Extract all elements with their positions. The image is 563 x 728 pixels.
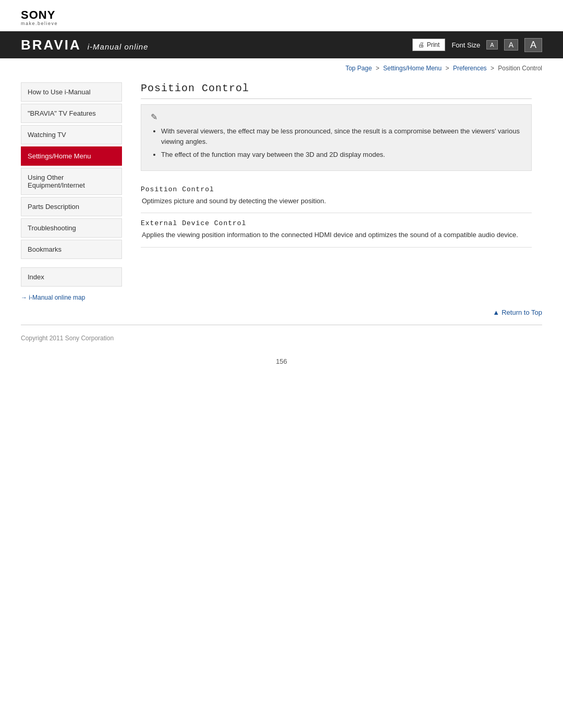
sidebar-item-bravia-features[interactable]: "BRAVIA" TV Features <box>21 104 122 123</box>
print-button[interactable]: 🖨 Print <box>412 39 446 51</box>
sidebar-item-bookmarks[interactable]: Bookmarks <box>21 240 122 259</box>
note-icon: ✎ <box>151 112 522 122</box>
sidebar-item-troubleshooting[interactable]: Troubleshooting <box>21 218 122 238</box>
bravia-logo-text: BRAVIA <box>21 37 81 53</box>
breadcrumb-sep-1: > <box>376 65 380 72</box>
section-body-position-control: Optimizes picture and sound by detecting… <box>141 196 532 207</box>
breadcrumb-sep-3: > <box>491 65 494 72</box>
content-area: Position Control ✎ With several viewers,… <box>130 74 542 301</box>
return-to-top-bar: ▲ Return to Top <box>0 301 563 320</box>
font-size-mid-button[interactable]: A <box>504 39 518 51</box>
sidebar: How to Use i-Manual "BRAVIA" TV Features… <box>21 74 130 301</box>
note-item-1: With several viewers, the effect may be … <box>161 126 522 146</box>
font-size-label: Font Size <box>451 41 480 49</box>
bravia-controls: 🖨 Print Font Size A A A <box>412 38 542 52</box>
bravia-subtitle: i-Manual online <box>88 42 149 51</box>
breadcrumb-current: Position Control <box>498 65 542 72</box>
return-to-top-link[interactable]: ▲ Return to Top <box>493 309 542 316</box>
return-to-top-label: Return to Top <box>501 309 542 316</box>
sidebar-item-other-equipment[interactable]: Using Other Equipment/Internet <box>21 168 122 195</box>
sidebar-item-settings[interactable]: Settings/Home Menu <box>21 146 122 166</box>
copyright-text: Copyright 2011 Sony Corporation <box>0 329 563 347</box>
print-icon: 🖨 <box>418 41 424 48</box>
sony-tagline: make.believe <box>21 21 542 26</box>
sidebar-map-link-label: i-Manual online map <box>29 294 85 301</box>
breadcrumb-top-page[interactable]: Top Page <box>346 65 372 72</box>
page-title: Position Control <box>141 82 532 99</box>
section-external-device: External Device Control Applies the view… <box>141 213 532 248</box>
breadcrumb: Top Page > Settings/Home Menu > Preferen… <box>0 58 563 74</box>
sony-logo: SONY <box>21 9 542 21</box>
main-content: How to Use i-Manual "BRAVIA" TV Features… <box>0 74 563 301</box>
font-size-small-button[interactable]: A <box>486 40 497 50</box>
note-box: ✎ With several viewers, the effect may b… <box>141 104 532 171</box>
footer-divider <box>21 325 542 325</box>
sidebar-item-parts[interactable]: Parts Description <box>21 197 122 216</box>
arrow-right-icon: → <box>21 294 27 301</box>
breadcrumb-preferences[interactable]: Preferences <box>453 65 487 72</box>
breadcrumb-settings[interactable]: Settings/Home Menu <box>383 65 442 72</box>
section-body-external-device: Applies the viewing position information… <box>141 230 532 241</box>
page-number: 156 <box>0 347 563 376</box>
sidebar-item-watching-tv[interactable]: Watching TV <box>21 125 122 144</box>
section-title-position-control: Position Control <box>141 186 532 193</box>
font-size-large-button[interactable]: A <box>524 38 542 52</box>
sidebar-item-index[interactable]: Index <box>21 267 122 287</box>
section-position-control: Position Control Optimizes picture and s… <box>141 179 532 214</box>
section-title-external-device: External Device Control <box>141 219 532 227</box>
print-label: Print <box>427 41 440 48</box>
triangle-up-icon: ▲ <box>493 309 499 316</box>
bravia-header-bar: BRAVIA i-Manual online 🖨 Print Font Size… <box>0 31 563 58</box>
bravia-title-group: BRAVIA i-Manual online <box>21 37 148 53</box>
sidebar-item-how-to-use[interactable]: How to Use i-Manual <box>21 82 122 102</box>
note-item-2: The effect of the function may vary betw… <box>161 150 522 160</box>
sidebar-map-link[interactable]: → i-Manual online map <box>21 294 122 301</box>
note-list: With several viewers, the effect may be … <box>151 126 522 160</box>
breadcrumb-sep-2: > <box>446 65 449 72</box>
top-bar: SONY make.believe <box>0 0 563 31</box>
